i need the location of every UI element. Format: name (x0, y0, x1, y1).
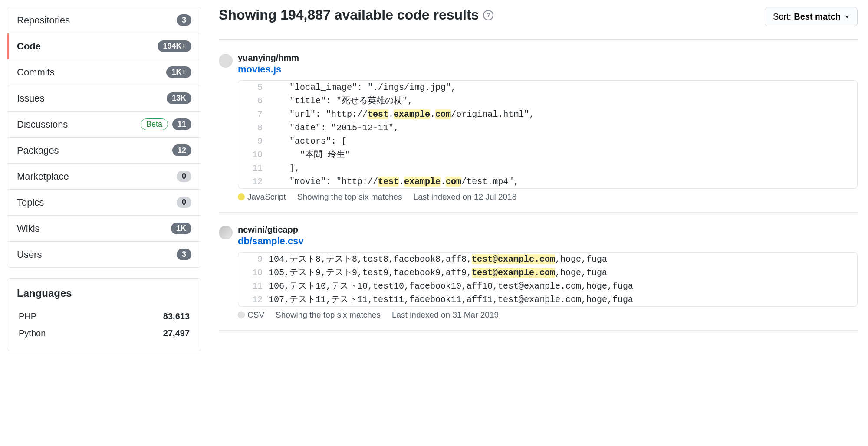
count-badge: 1K+ (166, 66, 191, 78)
language-filter-php[interactable]: PHP83,613 (17, 308, 191, 325)
sidebar-item-wikis[interactable]: Wikis1K (7, 216, 201, 242)
count-badge: 0 (177, 171, 191, 182)
line-number: 12 (238, 175, 269, 188)
match-count-text: Showing the top six matches (276, 310, 381, 320)
code-line: 9104,テスト8,テスト8,test8,facebook8,aff8,test… (238, 253, 857, 266)
count-badge: 3 (177, 249, 191, 260)
sidebar-item-label: Discussions (17, 119, 68, 130)
sidebar-item-packages[interactable]: Packages12 (7, 138, 201, 164)
language-count: 27,497 (163, 328, 190, 338)
count-badge: 194K+ (158, 40, 191, 52)
sidebar-item-discussions[interactable]: DiscussionsBeta11 (7, 112, 201, 138)
file-link[interactable]: movies.js (238, 64, 299, 75)
code-line: 11 ], (238, 161, 857, 175)
code-content: "本間 玲生" (269, 148, 357, 161)
highlight: test (368, 109, 388, 119)
sidebar: Repositories3Code194K+Commits1K+Issues13… (0, 0, 208, 358)
language-name: PHP (19, 312, 36, 321)
sort-prefix: Sort: (773, 12, 791, 22)
filter-menu: Repositories3Code194K+Commits1K+Issues13… (7, 7, 201, 268)
code-line: 9 "actors": [ (238, 134, 857, 148)
sidebar-item-label: Commits (17, 67, 55, 78)
highlight: test (378, 177, 399, 187)
line-number: 11 (238, 161, 269, 175)
sort-button[interactable]: Sort: Best match (765, 7, 858, 26)
count-badge: 11 (172, 118, 191, 130)
beta-badge: Beta (141, 118, 168, 130)
code-content: "movie": "http://test.example.com/test.m… (269, 175, 526, 188)
sidebar-item-label: Topics (17, 197, 44, 208)
sidebar-item-label: Users (17, 249, 42, 260)
sidebar-item-repositories[interactable]: Repositories3 (7, 7, 201, 33)
code-snippet[interactable]: 9104,テスト8,テスト8,test8,facebook8,aff8,test… (238, 252, 858, 307)
highlight: test@example.com (472, 254, 555, 264)
line-number: 11 (238, 279, 269, 293)
code-content: "actors": [ (269, 134, 354, 148)
code-line: 11106,テスト10,テスト10,test10,facebook10,aff1… (238, 279, 857, 293)
language-badge: JavaScript (238, 192, 286, 202)
languages-box: Languages PHP83,613Python27,497 (7, 278, 201, 351)
line-number: 12 (238, 293, 269, 306)
code-line: 12 "movie": "http://test.example.com/tes… (238, 175, 857, 188)
code-content: 106,テスト10,テスト10,test10,facebook10,aff10,… (269, 279, 640, 293)
result-meta: JavaScriptShowing the top six matchesLas… (238, 192, 858, 202)
sidebar-item-label: Repositories (17, 15, 70, 26)
line-number: 5 (238, 81, 269, 94)
search-result: newini/gticappdb/sample.csv9104,テスト8,テスト… (219, 225, 858, 331)
line-number: 8 (238, 121, 269, 134)
sort-value: Best match (794, 12, 841, 22)
main-content: Showing 194,887 available code results ?… (208, 0, 868, 358)
line-number: 10 (238, 148, 269, 161)
sidebar-item-code[interactable]: Code194K+ (7, 33, 201, 59)
code-content: 105,テスト9,テスト9,test9,facebook9,aff9,test@… (269, 266, 614, 279)
language-filter-python[interactable]: Python27,497 (17, 325, 191, 342)
language-badge: CSV (238, 310, 264, 320)
sidebar-item-label: Wikis (17, 223, 40, 234)
sidebar-item-label: Marketplace (17, 171, 69, 182)
results-heading: Showing 194,887 available code results ? (219, 7, 493, 23)
count-badge: 12 (172, 144, 191, 156)
language-dot-icon (238, 312, 245, 318)
highlight: com (446, 177, 461, 187)
count-badge: 3 (177, 14, 191, 26)
code-content: "local_image": "./imgs/img.jpg", (269, 81, 463, 94)
line-number: 9 (238, 134, 269, 148)
highlight: test@example.com (472, 268, 555, 278)
indexed-date: Last indexed on 12 Jul 2018 (414, 192, 517, 202)
sidebar-item-users[interactable]: Users3 (7, 242, 201, 267)
sidebar-item-label: Issues (17, 93, 45, 104)
line-number: 9 (238, 253, 269, 266)
code-line: 10105,テスト9,テスト9,test9,facebook9,aff9,tes… (238, 266, 857, 279)
code-line: 7 "url": "http://test.example.com/origin… (238, 108, 857, 121)
language-count: 83,613 (163, 312, 190, 321)
avatar[interactable] (219, 226, 233, 239)
sidebar-item-marketplace[interactable]: Marketplace0 (7, 164, 201, 190)
code-content: "title": "死せる英雄の杖", (269, 94, 420, 108)
highlight: example (404, 177, 441, 187)
code-line: 5 "local_image": "./imgs/img.jpg", (238, 81, 857, 94)
line-number: 6 (238, 94, 269, 108)
highlight: com (435, 109, 451, 119)
file-link[interactable]: db/sample.csv (238, 236, 304, 247)
chevron-down-icon (845, 16, 849, 18)
results-header: Showing 194,887 available code results ?… (219, 7, 858, 40)
info-icon[interactable]: ? (483, 10, 493, 20)
sidebar-item-commits[interactable]: Commits1K+ (7, 59, 201, 85)
indexed-date: Last indexed on 31 Mar 2019 (392, 310, 499, 320)
line-number: 10 (238, 266, 269, 279)
count-badge: 1K (171, 223, 191, 234)
repo-link[interactable]: newini/gticapp (238, 225, 304, 235)
count-badge: 0 (177, 197, 191, 208)
languages-heading: Languages (17, 287, 191, 299)
avatar[interactable] (219, 54, 233, 68)
code-snippet[interactable]: 5 "local_image": "./imgs/img.jpg",6 "tit… (238, 80, 858, 189)
language-dot-icon (238, 193, 245, 200)
code-line: 12107,テスト11,テスト11,test11,facebook11,aff1… (238, 293, 857, 306)
language-name: Python (19, 328, 46, 338)
line-number: 7 (238, 108, 269, 121)
sidebar-item-issues[interactable]: Issues13K (7, 85, 201, 112)
repo-link[interactable]: yuanying/hmm (238, 53, 299, 63)
sidebar-item-topics[interactable]: Topics0 (7, 190, 201, 216)
count-badge: 13K (167, 92, 191, 104)
match-count-text: Showing the top six matches (297, 192, 402, 202)
